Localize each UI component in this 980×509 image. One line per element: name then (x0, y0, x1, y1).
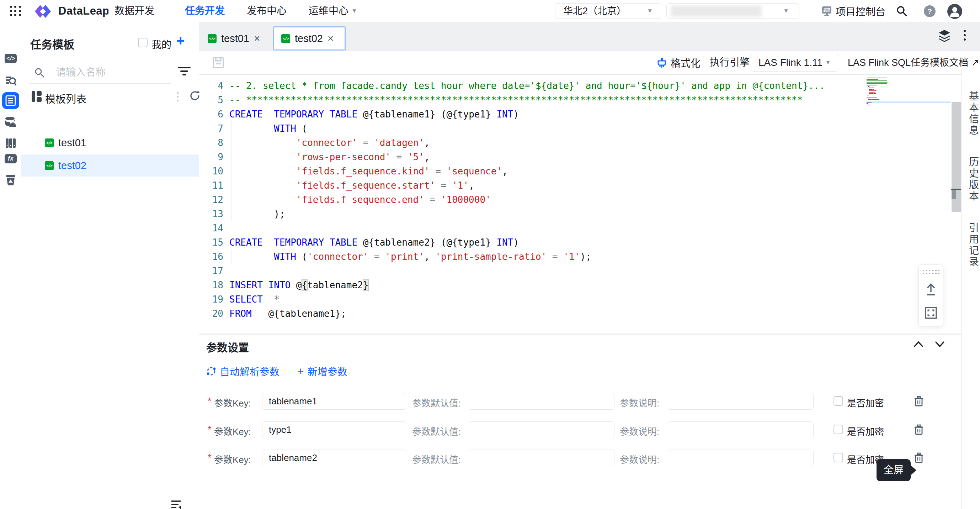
line-number: 4 (199, 79, 223, 93)
encrypt-checkbox[interactable] (834, 424, 843, 434)
chevron-down-icon: ▼ (825, 54, 831, 71)
upload-icon[interactable] (925, 283, 937, 296)
param-default-label: 参数默认值: (412, 396, 461, 409)
param-row: * 参数Key: 参数默认值: 参数说明: 是否加密 (199, 450, 961, 466)
required-mark: * (208, 396, 212, 407)
window-more-icon[interactable] (964, 30, 966, 43)
code-line[interactable]: 6CREATE TEMPORARY TABLE @{tablename1} (@… (199, 107, 825, 121)
code-line[interactable]: 14 (199, 221, 825, 235)
code-line[interactable]: 4-- 2. select * from facade.candy_test_h… (199, 79, 825, 93)
template-file-icon: </> (281, 34, 290, 43)
save-icon[interactable] (213, 57, 224, 69)
template-item-test01[interactable]: </> test01 (21, 132, 199, 154)
param-key-input[interactable] (262, 421, 406, 438)
param-key-input[interactable] (262, 450, 406, 466)
code-line[interactable]: 10 'fields.f_sequence.kind' = 'sequence'… (199, 164, 825, 178)
rail-resource-library-icon[interactable] (0, 138, 21, 148)
rail-function-icon[interactable]: fx (0, 154, 21, 163)
project-select[interactable]: ▼ (667, 3, 799, 19)
encrypt-checkbox[interactable] (834, 396, 843, 406)
auto-parse-button[interactable]: 自动解析参数 (206, 364, 280, 378)
auto-parse-label: 自动解析参数 (220, 364, 280, 378)
close-icon[interactable]: × (328, 33, 334, 44)
editor-tabbar: </> test01 × </> test02 × (199, 22, 980, 51)
minimap[interactable] (867, 77, 950, 106)
code-area[interactable]: 4-- 2. select * from facade.candy_test_h… (199, 79, 825, 321)
nav-task-dev[interactable]: 任务开发 (185, 0, 225, 22)
code-line[interactable]: 16 WITH ('connector' = 'print', 'print-s… (199, 249, 825, 264)
close-icon[interactable]: × (254, 33, 260, 44)
params-section: 参数设置 自动解析参数 + 新增参数 * 参数Key: 参数默认值: 参数说明:… (199, 335, 961, 509)
mine-checkbox[interactable] (138, 38, 148, 47)
param-desc-input[interactable] (668, 393, 814, 410)
param-desc-input[interactable] (668, 421, 814, 438)
code-line[interactable]: 12 'fields.f_sequence.end' = '1000000' (199, 193, 825, 207)
rail-data-query-icon[interactable] (0, 75, 21, 86)
line-number: 13 (199, 207, 223, 221)
param-desc-input[interactable] (668, 450, 814, 466)
nav-release-center[interactable]: 发布中心 (247, 0, 286, 22)
code-line[interactable]: 7 WITH ( (199, 121, 825, 136)
encrypt-checkbox[interactable] (834, 453, 843, 463)
drag-handle-icon[interactable] (923, 270, 940, 274)
nav-ops-center[interactable]: 运维中心 (309, 0, 348, 22)
region-value: 华北2（北京） (563, 3, 626, 19)
engine-select[interactable]: LAS Flink 1.11 ▼ (749, 54, 839, 72)
template-item-test02[interactable]: </> test02 (21, 155, 199, 177)
tab-test01[interactable]: </> test01 × (200, 26, 270, 51)
template-file-icon: </> (208, 34, 216, 43)
sql-editor[interactable]: 4-- 2. select * from facade.candy_test_h… (199, 75, 961, 333)
search-input[interactable] (56, 65, 170, 80)
code-line[interactable]: 17 (199, 264, 825, 278)
nav-data-dev[interactable]: 数据开发 (115, 0, 154, 22)
code-line[interactable]: 5-- ************************************… (199, 93, 825, 107)
chevron-down-icon[interactable] (934, 341, 945, 348)
doc-link[interactable]: LAS Flink SQL任务模板文档↗ (848, 51, 979, 75)
scrollbar-thumb-dark[interactable] (951, 190, 956, 199)
code-line[interactable]: 8 'connector' = 'datagen', (199, 136, 825, 150)
product-name: DataLeap (58, 0, 110, 22)
region-select[interactable]: 华北2（北京） ▼ (555, 3, 661, 19)
filter-icon[interactable] (178, 67, 191, 78)
param-default-input[interactable] (469, 450, 614, 466)
rail-recycle-bin-icon[interactable] (0, 174, 21, 185)
refresh-icon[interactable] (189, 90, 200, 101)
param-desc-label: 参数说明: (620, 396, 659, 409)
tab-test02-active[interactable]: </> test02 × (273, 26, 346, 51)
code-line[interactable]: 13 ); (199, 207, 825, 221)
code-line[interactable]: 19SELECT * (199, 292, 825, 306)
format-button[interactable]: 格式化 (656, 51, 700, 75)
divider (30, 83, 172, 84)
project-console-link[interactable]: 项目控制台 (821, 0, 885, 22)
chevron-up-icon[interactable] (913, 341, 924, 348)
fullscreen-icon[interactable] (925, 307, 937, 319)
delete-param-icon[interactable] (914, 396, 924, 407)
collapse-panel-icon[interactable] (170, 498, 182, 509)
app-grid-icon[interactable] (10, 6, 21, 16)
delete-param-icon[interactable] (914, 424, 924, 435)
layers-icon[interactable] (937, 29, 951, 43)
code-line[interactable]: 20FROM @{tablename1}; (199, 306, 825, 321)
help-icon[interactable]: ? (924, 5, 935, 17)
param-default-input[interactable] (469, 421, 614, 438)
rail-task-template-active[interactable] (2, 92, 19, 109)
code-line[interactable]: 18INSERT INTO @{tablename2} (199, 278, 825, 292)
avatar[interactable] (947, 4, 962, 19)
line-number: 5 (199, 93, 223, 107)
code-line[interactable]: 15CREATE TEMPORARY TABLE @{tablename2} (… (199, 235, 825, 249)
add-template-button[interactable]: + (177, 33, 185, 49)
more-actions-icon[interactable] (177, 92, 179, 104)
tab-reference-record[interactable]: 引用记录 (966, 222, 980, 268)
code-line[interactable]: 11 'fields.f_sequence.start' = '1', (199, 178, 825, 193)
code-line[interactable]: 9 'rows-per-second' = '5', (199, 150, 825, 164)
tab-history-version[interactable]: 历史版本 (966, 156, 980, 202)
add-param-button[interactable]: + 新增参数 (297, 364, 347, 378)
delete-param-icon[interactable] (914, 452, 924, 463)
tab-basic-info[interactable]: 基本信息 (966, 91, 980, 136)
rail-datasource-icon[interactable] (0, 116, 21, 128)
rail-code-dev-icon[interactable]: </> (0, 54, 21, 63)
param-key-input[interactable] (262, 393, 406, 410)
line-number: 8 (199, 136, 223, 150)
search-icon[interactable] (896, 5, 907, 17)
param-default-input[interactable] (469, 393, 614, 410)
